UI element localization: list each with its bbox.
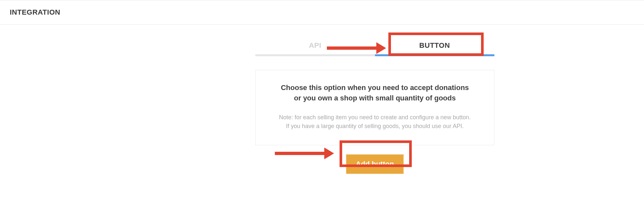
integration-panel: API BUTTON Choose this option when you n… xyxy=(255,34,494,174)
info-headline: Choose this option when you need to acce… xyxy=(265,83,484,103)
add-button[interactable]: Add button xyxy=(346,154,404,174)
info-note: Note: for each selling item you need to … xyxy=(265,113,484,131)
action-row: Add button xyxy=(255,154,494,174)
info-headline-line2: or you own a shop with small quantity of… xyxy=(294,94,456,102)
page-title: INTEGRATION xyxy=(10,8,634,17)
tab-api-underline xyxy=(255,54,375,56)
info-note-line2: If you have a large quantity of selling … xyxy=(286,123,463,129)
tab-button-label: BUTTON xyxy=(419,41,450,49)
tab-button[interactable]: BUTTON xyxy=(375,34,495,56)
tab-api-label: API xyxy=(309,41,321,49)
info-headline-line1: Choose this option when you need to acce… xyxy=(281,84,469,92)
info-box: Choose this option when you need to acce… xyxy=(255,70,494,145)
tab-api[interactable]: API xyxy=(255,34,375,56)
integration-tabs: API BUTTON xyxy=(255,34,494,56)
tab-button-underline xyxy=(375,54,495,56)
info-note-line1: Note: for each selling item you need to … xyxy=(279,114,471,121)
page-header: INTEGRATION xyxy=(0,0,644,25)
